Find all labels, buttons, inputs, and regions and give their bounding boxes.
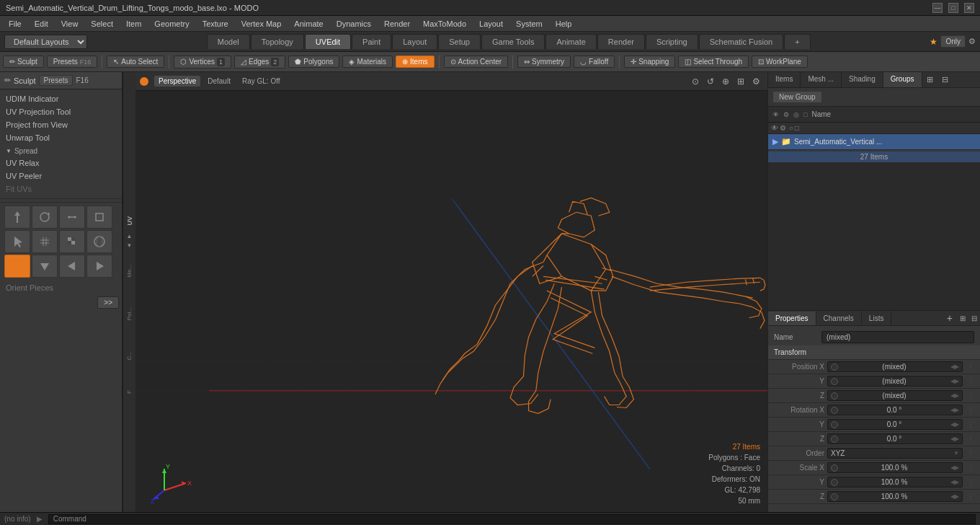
menu-dynamics[interactable]: Dynamics <box>331 18 377 30</box>
tab-groups[interactable]: Groups <box>883 72 922 87</box>
tool-icon-down[interactable] <box>32 255 58 278</box>
tab-schematic-fusion[interactable]: Schematic Fusion <box>699 34 783 49</box>
menu-system[interactable]: System <box>510 18 548 30</box>
rotation-z-input[interactable]: 0.0 ° ◀▶ <box>827 433 963 444</box>
menu-maxtomodo[interactable]: MaxToModo <box>417 18 472 30</box>
row-circle-icon[interactable]: ○ <box>789 124 793 132</box>
symmetry-button[interactable]: ⇔ Symmetry <box>517 56 571 68</box>
tab-model[interactable]: Model <box>207 34 250 49</box>
transform-section[interactable]: Transform <box>768 345 980 360</box>
tool-uv-relax[interactable]: UV Relax <box>0 156 122 169</box>
tool-fit-uvs[interactable]: Fit UVs <box>0 182 122 195</box>
expand-right-icon[interactable]: ⊞ <box>922 72 937 87</box>
tool-project-from-view[interactable]: Project from View <box>0 118 122 131</box>
vp-expand-icon[interactable]: ⊞ <box>734 75 747 88</box>
row-eye-icon[interactable]: 👁 <box>771 124 778 132</box>
tab-animate[interactable]: Animate <box>545 34 596 49</box>
side-arrow-down[interactable]: ▼ <box>127 242 133 249</box>
props-tab-channels[interactable]: Channels <box>816 312 862 325</box>
scene-3d[interactable]: X Y Z 27 Items Polygons : Face Channels:… <box>135 91 767 512</box>
tool-udim-indicator[interactable]: UDIM Indicator <box>0 92 122 105</box>
items-button[interactable]: ⊕ Items <box>396 56 434 68</box>
tool-icon-sphere[interactable] <box>86 230 112 253</box>
shading-button[interactable]: Default <box>203 76 235 87</box>
props-tab-lists[interactable]: Lists <box>862 312 892 325</box>
close-button[interactable]: ✕ <box>964 3 974 13</box>
position-y-input[interactable]: (mixed) ◀▶ <box>827 376 963 387</box>
tool-icon-transform[interactable] <box>86 206 112 229</box>
menu-select[interactable]: Select <box>85 18 119 30</box>
row-settings-icon[interactable]: ⚙ <box>780 124 786 132</box>
tab-game-tools[interactable]: Game Tools <box>481 34 545 49</box>
edges-button[interactable]: ◿ Edges 2 <box>234 56 285 69</box>
gear-icon[interactable]: ⚙ <box>968 37 976 46</box>
scale-y-input[interactable]: 100.0 % ◀▶ <box>827 477 963 488</box>
tab-scripting[interactable]: Scripting <box>646 34 698 49</box>
tab-layout[interactable]: Layout <box>392 34 437 49</box>
falloff-button[interactable]: ◡ Falloff <box>574 56 615 68</box>
minimize-button[interactable]: — <box>932 3 943 13</box>
menu-texture[interactable]: Texture <box>197 18 234 30</box>
menu-file[interactable]: File <box>3 18 27 30</box>
scale-z-input[interactable]: 100.0 % ◀▶ <box>827 491 963 502</box>
tab-items[interactable]: Items <box>768 72 801 87</box>
menu-item[interactable]: Item <box>120 18 147 30</box>
tab-setup[interactable]: Setup <box>438 34 481 49</box>
rotation-y-input[interactable]: 0.0 ° ◀▶ <box>827 419 963 430</box>
name-value[interactable]: (mixed) <box>821 331 974 343</box>
tab-topology[interactable]: Topology <box>251 34 304 49</box>
order-input[interactable]: XYZ ▼ <box>827 448 963 459</box>
tab-mesh[interactable]: Mesh ... <box>801 72 842 87</box>
perspective-button[interactable]: Perspective <box>154 76 200 87</box>
tab-shading[interactable]: Shading <box>842 72 883 87</box>
menu-render[interactable]: Render <box>378 18 416 30</box>
snapping-button[interactable]: ✛ Snapping <box>624 56 675 68</box>
maximize-button[interactable]: □ <box>948 3 958 13</box>
tool-icon-left[interactable] <box>59 255 85 278</box>
new-group-button[interactable]: New Group <box>772 91 822 103</box>
tool-icon-rotate[interactable] <box>32 206 58 229</box>
props-contract-button[interactable]: ⊟ <box>968 313 980 324</box>
workplane-button[interactable]: ⊡ WorkPlane <box>752 56 808 68</box>
tab-render[interactable]: Render <box>597 34 645 49</box>
menu-geometry[interactable]: Geometry <box>148 18 195 30</box>
vp-settings-icon[interactable]: ⚙ <box>749 75 763 88</box>
rotation-x-input[interactable]: 0.0 ° ◀▶ <box>827 405 963 415</box>
auto-select-button[interactable]: ↖ Auto Select <box>107 56 164 68</box>
layout-dropdown[interactable]: Default Layouts <box>4 35 87 49</box>
tool-uv-peeler[interactable]: UV Peeler <box>0 169 122 182</box>
vp-camera-icon[interactable]: ⊙ <box>689 75 702 88</box>
menu-vertex-map[interactable]: Vertex Map <box>236 18 288 30</box>
row-square-icon[interactable]: □ <box>795 124 799 132</box>
tool-icon-up[interactable] <box>4 255 30 278</box>
tab-uvedit[interactable]: UVEdit <box>305 34 351 49</box>
item-semi-automatic[interactable]: ▶ 📁 Semi_Automatic_Vertical ... <box>768 134 980 150</box>
select-through-button[interactable]: ◫ Select Through <box>678 56 749 68</box>
vp-zoom-icon[interactable]: ⊕ <box>719 75 732 88</box>
tool-icon-grid[interactable] <box>32 230 58 253</box>
side-arrow-up[interactable]: ▲ <box>127 233 133 239</box>
tool-unwrap[interactable]: Unwrap Tool <box>0 131 122 144</box>
only-button[interactable]: Only <box>940 35 966 48</box>
viewport[interactable]: Perspective Default Ray GL: Off ⊙ ↺ ⊕ ⊞ … <box>135 72 767 512</box>
tab-paint[interactable]: Paint <box>352 34 391 49</box>
contract-right-icon[interactable]: ⊟ <box>937 72 953 87</box>
command-input[interactable]: Command <box>48 514 976 524</box>
tab-add[interactable]: + <box>784 34 810 49</box>
menu-view[interactable]: View <box>55 18 84 30</box>
position-x-input[interactable]: (mixed) ◀▶ <box>827 361 963 372</box>
vertices-button[interactable]: ⬡ Vertices 1 <box>174 56 231 69</box>
props-add-button[interactable]: + <box>943 311 957 325</box>
vp-refresh-icon[interactable]: ↺ <box>704 75 717 88</box>
props-tab-properties[interactable]: Properties <box>768 312 816 325</box>
action-center-button[interactable]: ⊙ Action Center <box>444 56 509 68</box>
tool-icon-right[interactable] <box>86 255 112 278</box>
tool-icon-move[interactable] <box>4 206 30 229</box>
expand-tools-button[interactable]: >> <box>97 296 119 309</box>
presets-button[interactable]: Presets F16 <box>47 56 97 68</box>
tool-icon-scale[interactable] <box>59 206 85 229</box>
tool-icon-checkerboard[interactable] <box>59 230 85 253</box>
tool-uv-projection[interactable]: UV Projection Tool <box>0 105 122 118</box>
sculpt-button[interactable]: ✏ Sculpt <box>3 56 44 68</box>
presets-left-button[interactable]: Presets <box>39 75 74 86</box>
